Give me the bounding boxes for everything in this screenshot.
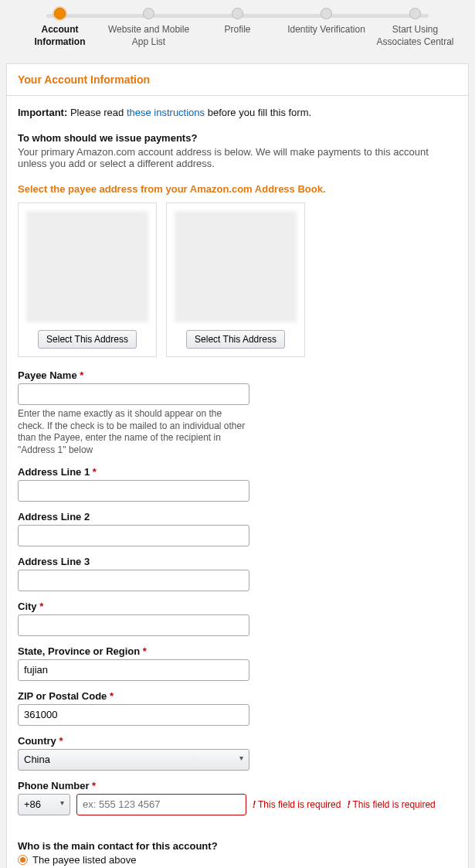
step-start-using: Start Using Associates Central	[371, 8, 460, 48]
city-label: City *	[18, 601, 457, 612]
payee-name-help: Enter the name exactly as it should appe…	[18, 408, 249, 456]
panel-title: Your Account Information	[7, 64, 468, 96]
address-book-heading: Select the payee address from your Amazo…	[18, 183, 457, 195]
step-circle-icon	[321, 8, 332, 19]
step-circle-icon	[232, 8, 243, 19]
radio-icon	[18, 855, 28, 865]
step-circle-icon	[143, 8, 154, 19]
important-note: Important: Please read these instruction…	[18, 107, 457, 118]
progress-stepper: Account Information Website and Mobile A…	[0, 0, 475, 63]
address2-label: Address Line 2	[18, 511, 457, 523]
phone-country-code-select[interactable]: +86	[18, 794, 70, 815]
select-address-button[interactable]: Select This Address	[38, 330, 137, 349]
phone-error: ! This field is required	[347, 799, 435, 810]
address-card: Select This Address	[166, 203, 305, 357]
address1-label: Address Line 1 *	[18, 466, 457, 478]
address-card: Select This Address	[18, 203, 157, 357]
country-select[interactable]: China	[18, 749, 249, 771]
address-blurred-content	[175, 211, 297, 322]
address-blurred-content	[26, 211, 148, 322]
important-label: Important:	[18, 107, 67, 118]
select-address-button[interactable]: Select This Address	[186, 330, 285, 349]
step-identity-verification: Identity Verification	[282, 8, 371, 48]
address1-input[interactable]	[18, 480, 249, 502]
contact-option-payee[interactable]: The payee listed above	[18, 854, 457, 866]
main-contact-question: Who is the main contact for this account…	[18, 840, 457, 852]
step-circle-icon	[54, 8, 66, 19]
warning-icon: !	[253, 799, 256, 810]
payments-question: To whom should we issue payments?	[18, 132, 457, 144]
address-cards: Select This Address Select This Address	[18, 203, 457, 357]
address3-input[interactable]	[18, 570, 249, 591]
payments-desc: Your primary Amazon.com account address …	[18, 146, 457, 169]
phone-error: ! This field is required	[253, 799, 341, 810]
phone-label: Phone Number *	[18, 780, 457, 791]
payee-name-label: Payee Name *	[18, 369, 457, 381]
instructions-link[interactable]: these instructions	[127, 107, 205, 118]
zip-label: ZIP or Postal Code *	[18, 690, 457, 702]
address2-input[interactable]	[18, 525, 249, 546]
payee-name-input[interactable]	[18, 383, 249, 405]
state-label: State, Province or Region *	[18, 645, 457, 657]
country-label: Country *	[18, 735, 457, 747]
step-profile: Profile	[193, 8, 282, 48]
zip-input[interactable]	[18, 704, 249, 726]
warning-icon: !	[347, 799, 350, 810]
step-circle-icon	[409, 8, 421, 19]
state-input[interactable]	[18, 659, 249, 681]
address3-label: Address Line 3	[18, 556, 457, 567]
account-info-panel: Your Account Information Important: Plea…	[6, 63, 469, 868]
phone-input[interactable]	[76, 794, 246, 815]
city-input[interactable]	[18, 614, 249, 636]
step-website-list: Website and Mobile App List	[104, 8, 193, 48]
step-account-info: Account Information	[15, 8, 104, 48]
